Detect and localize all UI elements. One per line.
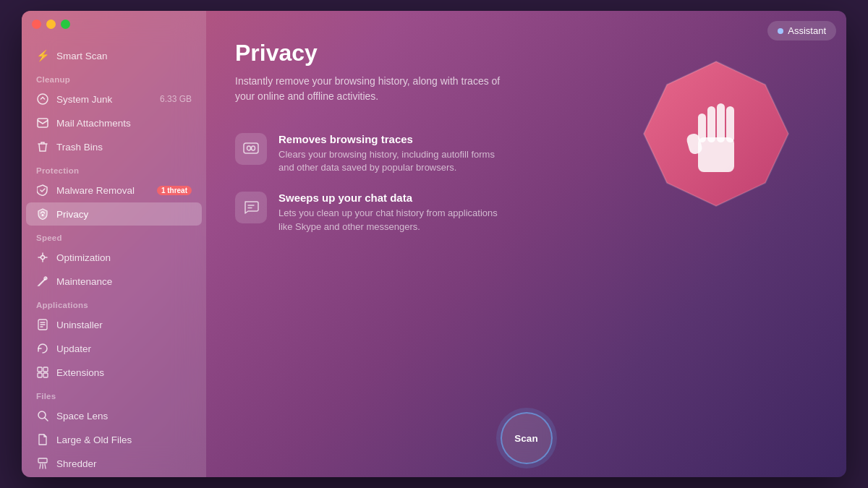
maintenance-label: Maintenance [56, 276, 192, 287]
malware-badge: 1 threat [157, 186, 192, 195]
main-content: Assistant Privacy Instantly remove your … [206, 11, 846, 477]
privacy-illustration [637, 54, 803, 221]
space-lens-icon [36, 409, 49, 422]
minimize-button[interactable] [46, 20, 56, 29]
sidebar-item-extensions[interactable]: Extensions [26, 361, 202, 384]
svg-line-22 [45, 464, 46, 468]
malware-removal-label: Malware Removal [56, 185, 150, 196]
sidebar-item-space-lens[interactable]: Space Lens [26, 404, 202, 427]
chat-data-title: Sweeps up your chat data [278, 192, 510, 204]
svg-rect-15 [38, 373, 42, 377]
sidebar-item-optimization[interactable]: Optimization [26, 246, 202, 269]
system-junk-size: 6.33 GB [160, 94, 192, 104]
large-old-files-label: Large & Old Files [56, 435, 192, 445]
svg-point-2 [42, 214, 44, 216]
svg-rect-16 [43, 373, 48, 377]
sidebar-item-uninstaller[interactable]: Uninstaller [26, 313, 202, 336]
chat-data-text: Sweeps up your chat data Lets you clean … [278, 192, 510, 233]
browsing-traces-text: Removes browsing traces Clears your brow… [278, 133, 510, 174]
trash-bins-label: Trash Bins [56, 142, 192, 153]
browsing-traces-title: Removes browsing traces [278, 133, 510, 145]
svg-point-0 [38, 94, 48, 104]
svg-line-20 [40, 464, 41, 468]
shredder-label: Shredder [56, 458, 192, 469]
svg-point-25 [252, 146, 255, 150]
assistant-button[interactable]: Assistant [767, 21, 836, 40]
svg-rect-32 [717, 103, 725, 142]
smart-scan-label: Smart Scan [56, 51, 192, 61]
sidebar-item-maintenance[interactable]: Maintenance [26, 270, 202, 293]
svg-line-18 [45, 418, 48, 421]
chat-data-desc: Lets you clean up your chat history from… [278, 207, 510, 233]
assistant-dot [778, 28, 783, 34]
section-header-applications: Applications [22, 294, 206, 312]
browsing-traces-icon [235, 133, 267, 165]
trash-icon [36, 140, 49, 153]
sidebar: ⚡ Smart Scan Cleanup System Junk 6.33 GB [22, 11, 206, 477]
smart-scan-icon: ⚡ [36, 49, 49, 62]
svg-marker-28 [644, 61, 788, 206]
privacy-icon [36, 207, 49, 221]
scan-button[interactable]: Scan [501, 412, 553, 464]
section-header-speed: Speed [22, 226, 206, 245]
page-subtitle: Instantly remove your browsing history, … [235, 74, 510, 104]
maximize-button[interactable] [61, 20, 70, 29]
system-junk-label: System Junk [56, 94, 153, 105]
sidebar-item-shredder[interactable]: Shredder [26, 452, 202, 475]
section-header-files: Files [22, 385, 206, 403]
malware-icon [36, 184, 49, 197]
uninstaller-label: Uninstaller [56, 320, 192, 330]
svg-rect-13 [38, 367, 42, 372]
large-files-icon [36, 433, 49, 446]
sidebar-item-system-junk[interactable]: System Junk 6.33 GB [26, 87, 202, 111]
sidebar-item-smart-scan[interactable]: ⚡ Smart Scan [26, 44, 202, 67]
svg-rect-33 [726, 106, 734, 142]
maintenance-icon [36, 275, 49, 288]
svg-point-24 [247, 146, 251, 150]
privacy-label: Privacy [56, 209, 192, 220]
svg-rect-19 [38, 458, 47, 463]
browsing-traces-desc: Clears your browsing history, including … [278, 148, 510, 174]
app-window: ⚡ Smart Scan Cleanup System Junk 6.33 GB [22, 11, 846, 477]
shredder-icon [36, 457, 49, 470]
sidebar-item-malware-removal[interactable]: Malware Removal 1 threat [26, 179, 202, 202]
sidebar-item-mail-attachments[interactable]: Mail Attachments [26, 111, 202, 134]
sidebar-item-updater[interactable]: Updater [26, 337, 202, 360]
extensions-icon [36, 366, 49, 379]
assistant-label: Assistant [788, 25, 826, 36]
svg-rect-29 [698, 137, 734, 172]
section-header-protection: Protection [22, 159, 206, 178]
sidebar-item-privacy[interactable]: Privacy [26, 202, 202, 226]
privacy-octagon-svg [637, 54, 796, 213]
optimization-icon [36, 251, 49, 264]
system-junk-icon [36, 93, 49, 106]
scan-button-wrap: Scan [501, 412, 553, 464]
sidebar-item-trash-bins[interactable]: Trash Bins [26, 135, 202, 158]
extensions-label: Extensions [56, 367, 192, 378]
svg-rect-31 [707, 106, 715, 142]
sidebar-item-large-old-files[interactable]: Large & Old Files [26, 428, 202, 451]
space-lens-label: Space Lens [56, 411, 192, 421]
titlebar [32, 20, 70, 29]
mail-icon [36, 116, 49, 129]
mail-attachments-label: Mail Attachments [56, 118, 192, 129]
svg-rect-14 [43, 367, 48, 372]
section-header-cleanup: Cleanup [22, 68, 206, 87]
updater-icon [36, 342, 49, 355]
updater-label: Updater [56, 343, 192, 354]
close-button[interactable] [32, 20, 41, 29]
scan-button-label: Scan [514, 433, 537, 444]
svg-point-7 [41, 256, 45, 260]
optimization-label: Optimization [56, 252, 192, 263]
chat-data-icon [235, 192, 267, 223]
uninstaller-icon [36, 318, 49, 331]
svg-rect-1 [38, 119, 48, 127]
